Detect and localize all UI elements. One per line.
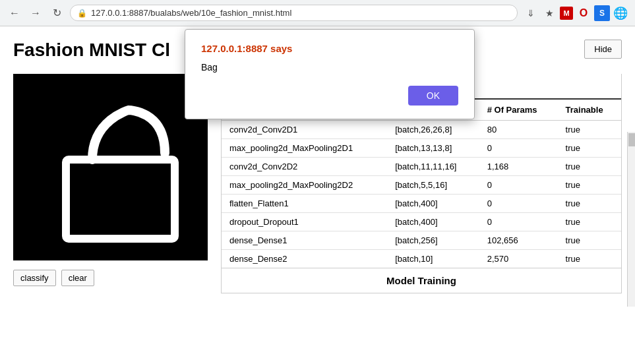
modal-message: Bag — [201, 62, 458, 73]
modal-overlay: 127.0.0.1:8887 says Bag OK — [0, 0, 635, 307]
modal-ok-button[interactable]: OK — [408, 86, 458, 106]
modal-title: 127.0.0.1:8887 says — [201, 43, 458, 54]
modal-box: 127.0.0.1:8887 says Bag OK — [185, 29, 475, 119]
